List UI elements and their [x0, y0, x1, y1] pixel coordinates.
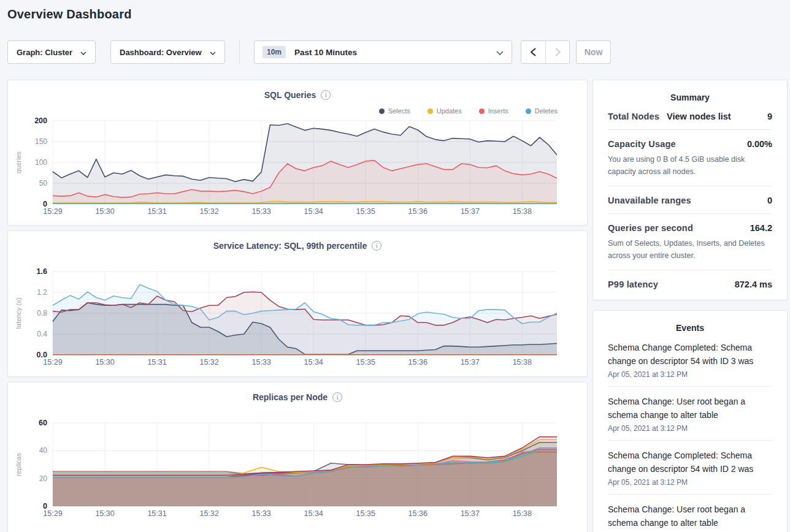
legend-label: Selects — [388, 107, 410, 115]
legend-dot — [526, 108, 531, 114]
service-latency-title: Service Latency: SQL, 99th percentile — [213, 241, 367, 251]
time-range-selector[interactable]: 10m Past 10 Minutes — [254, 40, 512, 64]
legend-dot — [379, 108, 385, 114]
svg-text:15:29: 15:29 — [43, 509, 62, 518]
time-prev-button[interactable] — [521, 41, 545, 63]
svg-text:40: 40 — [39, 446, 48, 455]
qps-value: 164.2 — [750, 223, 772, 233]
svg-text:15:38: 15:38 — [513, 207, 532, 216]
chevron-down-icon — [80, 48, 86, 57]
chevron-down-icon — [210, 48, 216, 57]
svg-text:15:34: 15:34 — [304, 509, 323, 518]
summary-title: Summary — [593, 93, 787, 102]
svg-text:1.2: 1.2 — [37, 288, 47, 297]
svg-text:15:31: 15:31 — [147, 207, 166, 216]
event-timestamp: Apr 05, 2021 at 3:12 PM — [608, 370, 772, 379]
svg-text:0: 0 — [43, 200, 47, 208]
dashboard-dropdown-label: Dashboard: Overview — [120, 48, 202, 57]
capacity-usage-description: You are using 0 B of 4.5 GiB usable disk… — [608, 153, 772, 178]
legend-dot — [428, 108, 433, 114]
svg-text:0.8: 0.8 — [37, 309, 47, 317]
replicas-title: Replicas per Node — [253, 392, 328, 402]
svg-text:15:37: 15:37 — [461, 509, 480, 518]
now-button[interactable]: Now — [576, 40, 611, 64]
time-next-button[interactable] — [545, 41, 569, 63]
svg-text:15:31: 15:31 — [147, 509, 166, 518]
event-message: Schema Change: User root began a schema … — [608, 395, 772, 422]
event-list-item: Schema Change Completed: Schema change o… — [608, 440, 772, 494]
summary-row-capacity: Capacity Usage 0.00% You are using 0 B o… — [608, 129, 772, 186]
unavailable-ranges-value: 0 — [767, 196, 772, 205]
p99-latency-label: P99 latency — [608, 279, 658, 289]
svg-text:15:32: 15:32 — [199, 509, 218, 518]
svg-text:150: 150 — [35, 137, 47, 146]
service-latency-chart[interactable]: 15:2915:3015:3115:3215:3315:3415:3515:36… — [12, 265, 585, 373]
total-nodes-value: 9 — [767, 112, 772, 121]
svg-text:200: 200 — [34, 116, 47, 125]
replicas-per-node-card: Replicas per Node i 15:2915:3015:3115:32… — [7, 382, 588, 532]
service-latency-card: Service Latency: SQL, 99th percentile i … — [7, 230, 588, 377]
dashboard-dropdown[interactable]: Dashboard: Overview — [110, 40, 225, 64]
legend-item-selects: Selects — [379, 107, 410, 115]
svg-text:15:32: 15:32 — [199, 358, 218, 367]
info-icon[interactable]: i — [332, 392, 342, 402]
time-step-buttons — [521, 40, 570, 64]
p99-latency-value: 872.4 ms — [735, 279, 772, 289]
graph-scope-label: Graph: Cluster — [17, 48, 72, 57]
time-range-badge: 10m — [263, 46, 286, 58]
sql-queries-chart[interactable]: 15:2915:3015:3115:3215:3315:3415:3515:36… — [12, 115, 585, 222]
svg-text:replicas: replicas — [15, 453, 22, 476]
event-list-item: Schema Change: User root began a schema … — [608, 494, 772, 532]
svg-text:15:33: 15:33 — [251, 509, 270, 518]
svg-text:15:36: 15:36 — [408, 207, 428, 216]
legend-dot — [479, 108, 485, 114]
page-title: Overview Dashboard — [7, 7, 132, 21]
info-icon[interactable]: i — [321, 90, 331, 100]
info-icon[interactable]: i — [372, 241, 382, 251]
dashboard-controls: Graph: Cluster Dashboard: Overview 10m P… — [7, 40, 611, 64]
events-title: Events — [593, 323, 787, 333]
svg-text:50: 50 — [39, 179, 48, 188]
summary-row-unavailable-ranges: Unavailable ranges 0 — [608, 186, 772, 213]
svg-text:15:35: 15:35 — [356, 358, 375, 367]
svg-text:1.6: 1.6 — [37, 267, 47, 276]
events-panel: Events Schema Change Completed: Schema c… — [592, 310, 788, 532]
summary-row-total-nodes: Total Nodes View nodes list 9 — [608, 102, 772, 129]
summary-panel: Summary Total Nodes View nodes list 9 Ca… — [592, 80, 788, 300]
svg-text:15:33: 15:33 — [251, 358, 270, 367]
summary-row-p99-latency: P99 latency 872.4 ms — [608, 270, 772, 297]
total-nodes-label: Total Nodes — [608, 112, 659, 121]
legend-item-deletes: Deletes — [526, 107, 558, 115]
sql-queries-card: SQL Queries i Selects Updates Inserts De… — [7, 80, 588, 226]
svg-text:15:38: 15:38 — [513, 509, 532, 518]
svg-text:15:36: 15:36 — [408, 358, 428, 367]
svg-text:15:29: 15:29 — [43, 358, 62, 367]
svg-text:15:32: 15:32 — [199, 207, 218, 216]
svg-text:20: 20 — [39, 474, 48, 483]
legend-item-updates: Updates — [428, 107, 462, 115]
svg-text:15:36: 15:36 — [408, 509, 428, 518]
legend-label: Deletes — [535, 107, 558, 115]
svg-text:15:30: 15:30 — [95, 509, 114, 518]
svg-text:queries: queries — [15, 151, 22, 173]
svg-text:0.0: 0.0 — [37, 351, 47, 359]
event-timestamp: Apr 05, 2021 at 3:12 PM — [608, 478, 772, 487]
svg-text:latency (s): latency (s) — [15, 298, 22, 329]
svg-text:15:38: 15:38 — [513, 358, 532, 367]
graph-scope-dropdown[interactable]: Graph: Cluster — [7, 40, 96, 64]
sql-queries-title: SQL Queries — [264, 90, 316, 100]
legend-item-inserts: Inserts — [479, 107, 508, 115]
event-timestamp: Apr 05, 2021 at 3:12 PM — [608, 424, 772, 433]
svg-text:15:35: 15:35 — [356, 509, 375, 518]
event-message: Schema Change Completed: Schema change o… — [608, 341, 772, 368]
svg-text:15:35: 15:35 — [356, 207, 375, 216]
svg-text:15:33: 15:33 — [251, 207, 270, 216]
unavailable-ranges-label: Unavailable ranges — [608, 196, 691, 205]
event-list-item: Schema Change Completed: Schema change o… — [608, 333, 772, 386]
chevron-down-icon — [496, 48, 504, 57]
svg-text:100: 100 — [35, 158, 47, 167]
view-nodes-list-link[interactable]: View nodes list — [667, 112, 731, 121]
svg-text:0.4: 0.4 — [37, 330, 47, 338]
svg-text:0: 0 — [43, 502, 47, 511]
replicas-per-node-chart[interactable]: 15:2915:3015:3115:3215:3315:3415:3515:36… — [12, 417, 585, 524]
